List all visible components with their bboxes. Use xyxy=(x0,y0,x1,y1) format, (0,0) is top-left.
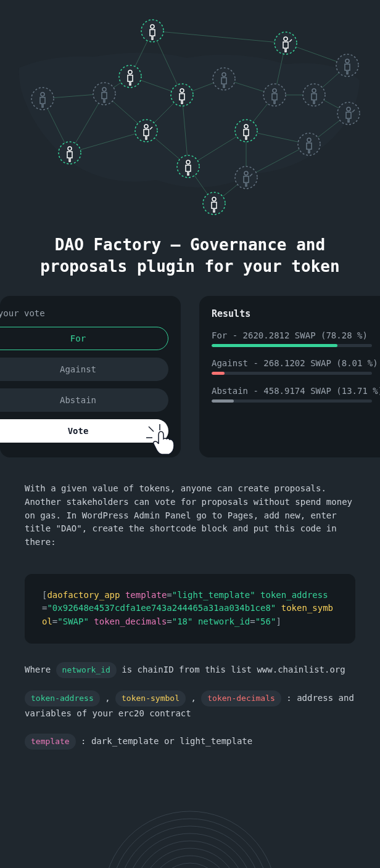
svg-point-43 xyxy=(93,83,115,105)
svg-line-0 xyxy=(152,31,286,43)
pill-template: template xyxy=(25,734,76,750)
svg-point-36 xyxy=(337,102,360,125)
result-row-for: For - 2620.2812 SWAP (78.28 %) xyxy=(212,330,380,347)
vote-option-against[interactable]: Against xyxy=(0,358,168,381)
result-bar xyxy=(212,399,372,403)
svg-line-64 xyxy=(149,427,154,432)
code-block: [daofactory_app template="light_template… xyxy=(25,574,355,644)
pill-token-decimals: token-decimals xyxy=(201,690,281,706)
cursor-icon xyxy=(145,423,182,460)
fingerprint-graphic xyxy=(79,774,301,868)
svg-point-44 xyxy=(31,88,54,110)
svg-point-42 xyxy=(135,120,157,142)
pill-network-id: network_id xyxy=(56,662,117,678)
svg-point-45 xyxy=(59,142,81,164)
description: With a given value of tokens, anyone can… xyxy=(25,482,355,549)
result-row-against: Against - 268.1202 SWAP (8.01 %) xyxy=(212,358,380,375)
content: With a given value of tokens, anyone can… xyxy=(0,482,380,868)
template-line: template : dark_template or light_templa… xyxy=(25,734,355,750)
svg-point-37 xyxy=(298,133,320,155)
svg-point-35 xyxy=(336,54,358,76)
result-label: For - 2620.2812 SWAP (78.28 %) xyxy=(212,330,380,340)
where-line: Where network_id is chainID from this li… xyxy=(25,662,355,678)
result-row-abstain: Abstain - 458.9174 SWAP (13.71 %) xyxy=(212,386,380,403)
svg-point-28 xyxy=(141,20,163,42)
cards-row: t your vote For Against Abstain Vote Res… xyxy=(0,296,380,457)
result-label: Against - 268.1202 SWAP (8.01 %) xyxy=(212,358,380,368)
svg-point-34 xyxy=(303,84,325,106)
vote-card: t your vote For Against Abstain Vote xyxy=(0,296,181,457)
address-line: token-address , token-symbol , token-dec… xyxy=(25,690,355,721)
pill-token-address: token-address xyxy=(25,690,100,706)
results-card: Results For - 2620.2812 SWAP (78.28 %) A… xyxy=(199,296,380,457)
svg-point-38 xyxy=(235,120,257,142)
result-bar xyxy=(212,344,372,347)
result-bar xyxy=(212,372,372,375)
vote-button-label: Vote xyxy=(68,426,89,436)
hero-section: DAO Factory — Governance and proposals p… xyxy=(0,0,380,296)
svg-point-32 xyxy=(213,68,235,90)
vote-label: t your vote xyxy=(0,308,181,327)
svg-point-40 xyxy=(177,155,199,178)
vote-button[interactable]: Vote xyxy=(0,419,168,443)
vote-option-for[interactable]: For xyxy=(0,327,168,350)
vote-option-abstain[interactable]: Abstain xyxy=(0,388,168,412)
svg-point-29 xyxy=(275,32,297,54)
svg-point-33 xyxy=(263,84,286,106)
svg-point-41 xyxy=(203,192,225,215)
pill-token-symbol: token-symbol xyxy=(115,690,186,706)
svg-point-39 xyxy=(235,166,257,189)
svg-point-31 xyxy=(171,84,193,106)
svg-point-30 xyxy=(119,65,141,88)
results-title: Results xyxy=(212,308,380,319)
page-title: DAO Factory — Governance and proposals p… xyxy=(0,222,380,296)
result-label: Abstain - 458.9174 SWAP (13.71 %) xyxy=(212,386,380,396)
network-graphic xyxy=(14,12,366,222)
